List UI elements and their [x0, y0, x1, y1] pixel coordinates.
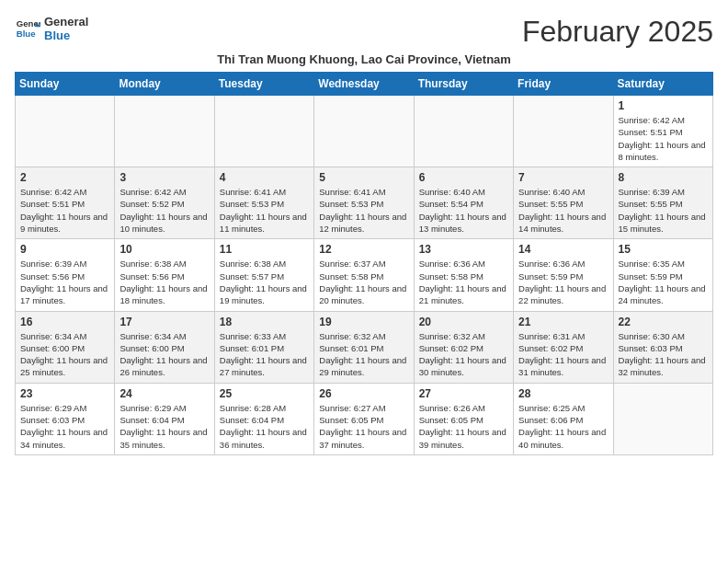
calendar-cell: 14Sunrise: 6:36 AM Sunset: 5:59 PM Dayli… — [514, 239, 613, 311]
calendar-cell: 26Sunrise: 6:27 AM Sunset: 6:05 PM Dayli… — [314, 383, 414, 454]
day-number: 28 — [518, 387, 608, 400]
calendar-cell: 2Sunrise: 6:42 AM Sunset: 5:51 PM Daylig… — [16, 167, 115, 239]
day-info: Sunrise: 6:37 AM Sunset: 5:58 PM Dayligh… — [319, 258, 408, 306]
day-number: 14 — [518, 243, 608, 256]
day-info: Sunrise: 6:32 AM Sunset: 6:01 PM Dayligh… — [319, 330, 408, 379]
day-info: Sunrise: 6:33 AM Sunset: 6:01 PM Dayligh… — [220, 330, 309, 379]
day-info: Sunrise: 6:36 AM Sunset: 5:59 PM Dayligh… — [518, 258, 608, 306]
calendar-cell: 11Sunrise: 6:38 AM Sunset: 5:57 PM Dayli… — [214, 239, 313, 311]
day-number: 2 — [20, 171, 109, 184]
day-number: 17 — [119, 316, 209, 328]
day-number: 23 — [20, 387, 109, 400]
calendar-cell: 19Sunrise: 6:32 AM Sunset: 6:01 PM Dayli… — [314, 311, 414, 383]
weekday-header-sunday: Sunday — [16, 73, 115, 96]
day-number: 3 — [119, 171, 209, 184]
calendar-cell: 28Sunrise: 6:25 AM Sunset: 6:06 PM Dayli… — [514, 383, 613, 454]
calendar-cell: 5Sunrise: 6:41 AM Sunset: 5:53 PM Daylig… — [314, 167, 414, 239]
day-info: Sunrise: 6:40 AM Sunset: 5:54 PM Dayligh… — [419, 186, 508, 235]
calendar-cell — [16, 96, 115, 167]
calendar-week-row: 16Sunrise: 6:34 AM Sunset: 6:00 PM Dayli… — [16, 311, 713, 383]
day-info: Sunrise: 6:42 AM Sunset: 5:51 PM Dayligh… — [20, 186, 109, 235]
weekday-header-wednesday: Wednesday — [314, 73, 414, 96]
calendar-cell — [214, 96, 313, 167]
day-info: Sunrise: 6:34 AM Sunset: 6:00 PM Dayligh… — [20, 330, 109, 379]
day-info: Sunrise: 6:29 AM Sunset: 6:03 PM Dayligh… — [20, 402, 109, 451]
day-info: Sunrise: 6:41 AM Sunset: 5:53 PM Dayligh… — [220, 186, 309, 235]
day-info: Sunrise: 6:25 AM Sunset: 6:06 PM Dayligh… — [518, 402, 608, 451]
day-number: 7 — [518, 171, 608, 184]
day-info: Sunrise: 6:39 AM Sunset: 5:56 PM Dayligh… — [20, 258, 109, 306]
calendar-cell — [613, 383, 712, 454]
calendar-cell: 20Sunrise: 6:32 AM Sunset: 6:02 PM Dayli… — [414, 311, 513, 383]
day-number: 8 — [619, 171, 708, 184]
day-number: 11 — [220, 243, 309, 256]
day-info: Sunrise: 6:31 AM Sunset: 6:02 PM Dayligh… — [518, 330, 608, 379]
day-info: Sunrise: 6:26 AM Sunset: 6:05 PM Dayligh… — [419, 402, 508, 451]
day-info: Sunrise: 6:38 AM Sunset: 5:57 PM Dayligh… — [220, 258, 309, 306]
day-info: Sunrise: 6:42 AM Sunset: 5:51 PM Dayligh… — [619, 114, 708, 163]
weekday-header-friday: Friday — [514, 73, 613, 96]
day-number: 9 — [20, 243, 109, 256]
weekday-header-thursday: Thursday — [414, 73, 513, 96]
day-number: 19 — [319, 316, 408, 328]
day-number: 13 — [419, 243, 508, 256]
calendar-cell — [314, 96, 414, 167]
weekday-header-saturday: Saturday — [613, 73, 712, 96]
day-number: 26 — [319, 387, 408, 400]
calendar-cell: 25Sunrise: 6:28 AM Sunset: 6:04 PM Dayli… — [214, 383, 313, 454]
calendar-week-row: 2Sunrise: 6:42 AM Sunset: 5:51 PM Daylig… — [16, 167, 713, 239]
day-info: Sunrise: 6:36 AM Sunset: 5:58 PM Dayligh… — [419, 258, 508, 306]
calendar-cell — [414, 96, 513, 167]
page-header: General Blue General Blue February 2025 — [15, 15, 713, 49]
day-number: 21 — [518, 316, 608, 328]
day-info: Sunrise: 6:27 AM Sunset: 6:05 PM Dayligh… — [319, 402, 408, 451]
calendar-cell: 4Sunrise: 6:41 AM Sunset: 5:53 PM Daylig… — [214, 167, 313, 239]
calendar-week-row: 1Sunrise: 6:42 AM Sunset: 5:51 PM Daylig… — [16, 96, 713, 167]
day-info: Sunrise: 6:35 AM Sunset: 5:59 PM Dayligh… — [619, 258, 708, 306]
calendar-cell: 9Sunrise: 6:39 AM Sunset: 5:56 PM Daylig… — [16, 239, 115, 311]
day-number: 22 — [619, 316, 708, 328]
calendar-cell: 24Sunrise: 6:29 AM Sunset: 6:04 PM Dayli… — [115, 383, 214, 454]
day-number: 5 — [319, 171, 408, 184]
calendar-cell: 1Sunrise: 6:42 AM Sunset: 5:51 PM Daylig… — [613, 96, 712, 167]
day-info: Sunrise: 6:41 AM Sunset: 5:53 PM Dayligh… — [319, 186, 408, 235]
day-info: Sunrise: 6:40 AM Sunset: 5:55 PM Dayligh… — [518, 186, 608, 235]
day-number: 20 — [419, 316, 508, 328]
day-number: 16 — [20, 316, 109, 328]
day-info: Sunrise: 6:29 AM Sunset: 6:04 PM Dayligh… — [119, 402, 209, 451]
day-info: Sunrise: 6:39 AM Sunset: 5:55 PM Dayligh… — [619, 186, 708, 235]
day-info: Sunrise: 6:34 AM Sunset: 6:00 PM Dayligh… — [119, 330, 209, 379]
calendar-cell — [514, 96, 613, 167]
location-subtitle: Thi Tran Muong Khuong, Lao Cai Province,… — [15, 52, 713, 66]
day-number: 27 — [419, 387, 508, 400]
svg-text:Blue: Blue — [17, 29, 36, 39]
day-number: 12 — [319, 243, 408, 256]
day-info: Sunrise: 6:38 AM Sunset: 5:56 PM Dayligh… — [119, 258, 209, 306]
logo-blue-text: Blue — [44, 29, 88, 42]
day-number: 10 — [119, 243, 209, 256]
month-year-title: February 2025 — [522, 15, 713, 49]
calendar-cell: 7Sunrise: 6:40 AM Sunset: 5:55 PM Daylig… — [514, 167, 613, 239]
day-number: 6 — [419, 171, 508, 184]
day-number: 24 — [119, 387, 209, 400]
calendar-cell: 17Sunrise: 6:34 AM Sunset: 6:00 PM Dayli… — [115, 311, 214, 383]
weekday-header-tuesday: Tuesday — [214, 73, 313, 96]
calendar-cell: 18Sunrise: 6:33 AM Sunset: 6:01 PM Dayli… — [214, 311, 313, 383]
day-number: 15 — [619, 243, 708, 256]
logo-icon: General Blue — [15, 16, 40, 41]
day-info: Sunrise: 6:30 AM Sunset: 6:03 PM Dayligh… — [619, 330, 708, 379]
calendar-cell: 13Sunrise: 6:36 AM Sunset: 5:58 PM Dayli… — [414, 239, 513, 311]
weekday-header-monday: Monday — [115, 73, 214, 96]
day-number: 1 — [619, 99, 708, 112]
calendar-cell: 21Sunrise: 6:31 AM Sunset: 6:02 PM Dayli… — [514, 311, 613, 383]
title-block: February 2025 — [522, 15, 713, 49]
calendar-table: SundayMondayTuesdayWednesdayThursdayFrid… — [15, 72, 713, 455]
calendar-cell: 10Sunrise: 6:38 AM Sunset: 5:56 PM Dayli… — [115, 239, 214, 311]
logo-general-text: General — [44, 15, 88, 29]
calendar-cell: 16Sunrise: 6:34 AM Sunset: 6:00 PM Dayli… — [16, 311, 115, 383]
day-info: Sunrise: 6:42 AM Sunset: 5:52 PM Dayligh… — [119, 186, 209, 235]
calendar-header-row: SundayMondayTuesdayWednesdayThursdayFrid… — [16, 73, 713, 96]
calendar-cell: 6Sunrise: 6:40 AM Sunset: 5:54 PM Daylig… — [414, 167, 513, 239]
calendar-cell: 27Sunrise: 6:26 AM Sunset: 6:05 PM Dayli… — [414, 383, 513, 454]
calendar-week-row: 9Sunrise: 6:39 AM Sunset: 5:56 PM Daylig… — [16, 239, 713, 311]
